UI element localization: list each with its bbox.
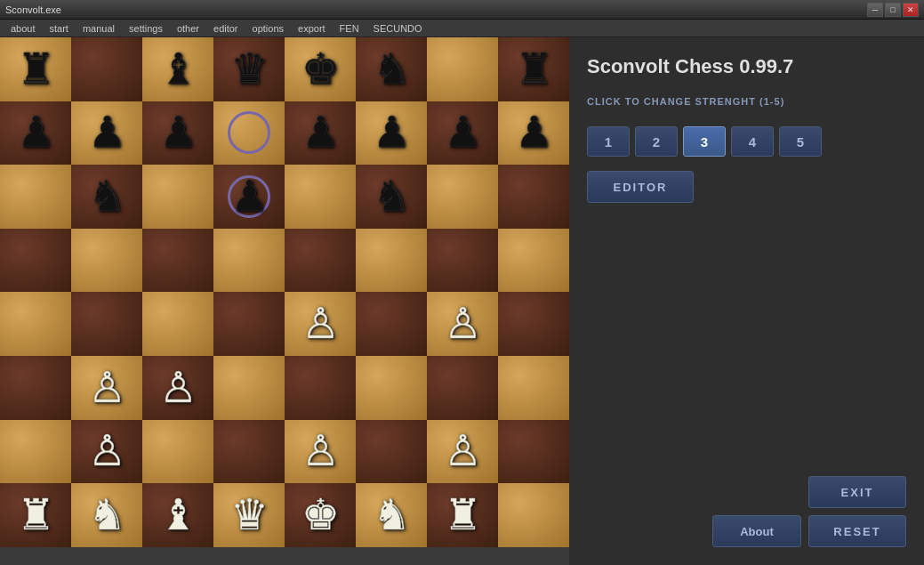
strength-5-button[interactable]: 5 (779, 126, 822, 157)
cell-7-5[interactable]: ♞ (356, 483, 427, 547)
cell-1-5[interactable]: ♟ (356, 101, 427, 165)
cell-4-2[interactable] (142, 292, 213, 356)
menu-manual[interactable]: manual (76, 21, 122, 36)
cell-1-7[interactable]: ♟ (498, 101, 569, 165)
menu-export[interactable]: export (291, 21, 333, 36)
cell-1-1[interactable]: ♟ (71, 101, 142, 165)
cell-0-6[interactable] (427, 37, 498, 101)
menu-other[interactable]: other (170, 21, 206, 36)
menu-editor[interactable]: editor (206, 21, 245, 36)
cell-5-5[interactable] (356, 356, 427, 420)
strength-4-button[interactable]: 4 (731, 126, 774, 157)
strength-1-button[interactable]: 1 (587, 126, 630, 157)
strength-2-button[interactable]: 2 (635, 126, 678, 157)
cell-7-6[interactable]: ♜ (427, 483, 498, 547)
cell-5-1[interactable]: ♙ (71, 356, 142, 420)
reset-button[interactable]: RESET (808, 515, 906, 547)
cell-7-3[interactable]: ♛ (213, 483, 285, 547)
cell-3-2[interactable] (142, 229, 213, 293)
chess-piece: ♞ (88, 175, 126, 218)
cell-7-4[interactable]: ♚ (285, 483, 356, 547)
bottom-buttons: EXIT About RESET (587, 476, 906, 547)
menu-options[interactable]: options (245, 21, 291, 36)
menu-settings[interactable]: settings (122, 21, 170, 36)
close-button[interactable]: ✕ (903, 3, 919, 17)
cell-7-2[interactable]: ♝ (142, 483, 213, 547)
cell-0-5[interactable]: ♞ (356, 37, 427, 101)
cell-0-0[interactable]: ♜ (0, 37, 71, 101)
cell-0-1[interactable] (71, 37, 142, 101)
cell-3-5[interactable] (356, 229, 427, 293)
cell-6-1[interactable]: ♙ (71, 420, 142, 484)
cell-2-7[interactable] (498, 165, 569, 229)
cell-6-7[interactable] (498, 420, 569, 484)
strength-buttons-group: 1 2 3 4 5 (587, 126, 906, 157)
chess-piece: ♟ (88, 111, 126, 154)
chess-piece: ♟ (301, 111, 340, 154)
cell-5-4[interactable] (285, 356, 356, 420)
cell-4-4[interactable]: ♙ (285, 292, 356, 356)
cell-4-7[interactable] (498, 292, 569, 356)
cell-6-2[interactable] (142, 420, 213, 484)
cell-5-6[interactable] (427, 356, 498, 420)
chess-piece: ♙ (159, 367, 197, 409)
maximize-button[interactable]: □ (885, 3, 901, 17)
cell-1-6[interactable]: ♟ (427, 101, 498, 165)
cell-0-4[interactable]: ♚ (285, 37, 356, 101)
cell-4-1[interactable] (71, 292, 142, 356)
cell-7-1[interactable]: ♞ (71, 483, 142, 547)
cell-5-7[interactable] (498, 356, 569, 420)
cell-4-5[interactable] (356, 292, 427, 356)
cell-3-6[interactable] (427, 229, 498, 293)
about-button[interactable]: About (712, 515, 801, 547)
editor-button[interactable]: EDITOR (587, 171, 694, 203)
cell-2-6[interactable] (427, 165, 498, 229)
cell-5-0[interactable] (0, 356, 71, 420)
cell-4-3[interactable] (213, 292, 285, 356)
cell-2-1[interactable]: ♞ (71, 165, 142, 229)
cell-1-2[interactable]: ♟ (142, 101, 213, 165)
cell-6-5[interactable] (356, 420, 427, 484)
cell-2-4[interactable] (285, 165, 356, 229)
chess-piece: ♞ (373, 494, 411, 537)
cell-5-3[interactable] (213, 356, 285, 420)
cell-2-0[interactable] (0, 165, 71, 229)
cell-1-0[interactable]: ♟ (0, 101, 71, 165)
cell-3-7[interactable] (498, 229, 569, 293)
cell-2-2[interactable] (142, 165, 213, 229)
cell-0-2[interactable]: ♝ (142, 37, 213, 101)
strength-3-button[interactable]: 3 (683, 126, 726, 157)
cell-6-6[interactable]: ♙ (427, 420, 498, 484)
exit-button[interactable]: EXIT (808, 476, 906, 508)
cell-3-1[interactable] (71, 229, 142, 293)
cell-3-0[interactable] (0, 229, 71, 293)
cell-6-3[interactable] (213, 420, 285, 484)
cell-5-2[interactable]: ♙ (142, 356, 213, 420)
window-controls: ─ □ ✕ (867, 3, 919, 17)
cell-3-3[interactable] (213, 229, 285, 293)
chess-piece: ♜ (515, 48, 553, 91)
cell-7-0[interactable]: ♜ (0, 483, 71, 547)
cell-1-3[interactable] (213, 101, 285, 165)
cell-2-5[interactable]: ♞ (356, 165, 427, 229)
cell-1-4[interactable]: ♟ (285, 101, 356, 165)
chess-piece: ♜ (17, 494, 55, 537)
cell-4-0[interactable] (0, 292, 71, 356)
minimize-button[interactable]: ─ (867, 3, 883, 17)
cell-0-7[interactable]: ♜ (498, 37, 569, 101)
chess-board[interactable]: ♜♝♛♚♞♜♟♟♟♟♟♟♟♞♟♞♙♙♙♙♙♙♙♜♞♝♛♚♞♜ (0, 37, 569, 547)
menubar: about start manual settings other editor… (0, 20, 924, 37)
menu-about[interactable]: about (4, 21, 43, 36)
cell-3-4[interactable] (285, 229, 356, 293)
menu-secundo[interactable]: SECUNDO (366, 21, 430, 36)
cell-0-3[interactable]: ♛ (213, 37, 285, 101)
cell-2-3[interactable]: ♟ (213, 165, 285, 229)
cell-4-6[interactable]: ♙ (427, 292, 498, 356)
menu-fen[interactable]: FEN (333, 21, 366, 36)
cell-6-0[interactable] (0, 420, 71, 484)
menu-start[interactable]: start (43, 21, 76, 36)
cell-7-7[interactable] (498, 483, 569, 547)
cell-6-4[interactable]: ♙ (285, 420, 356, 484)
chess-board-container[interactable]: ♜♝♛♚♞♜♟♟♟♟♟♟♟♞♟♞♙♙♙♙♙♙♙♜♞♝♛♚♞♜ (0, 37, 569, 547)
chess-piece: ♞ (373, 175, 411, 218)
